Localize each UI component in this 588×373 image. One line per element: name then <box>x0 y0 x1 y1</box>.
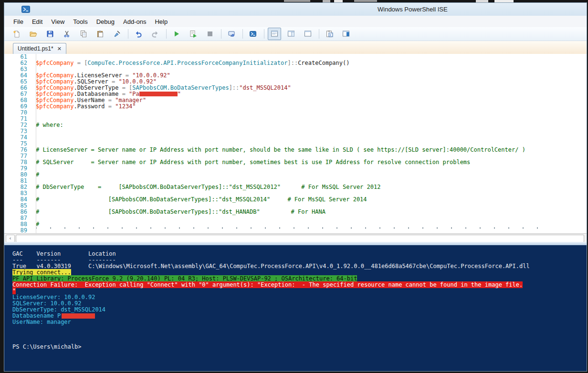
line-number: 64 <box>4 73 33 79</box>
start-powershell-icon <box>249 30 257 38</box>
clear-console-button[interactable] <box>110 28 124 40</box>
line-number: 61 <box>4 54 33 60</box>
line-number: 89 <box>4 228 33 233</box>
menu-item-tools[interactable]: Tools <box>69 17 92 26</box>
console-line: " <box>12 288 587 294</box>
console-line: DbServerType: dst_MSSQL2014 <box>12 307 587 313</box>
show-script-pane-top-icon <box>271 30 278 38</box>
line-number: 82 <box>4 184 33 190</box>
redaction-block <box>62 313 95 319</box>
line-number: 74 <box>4 135 33 141</box>
editor-horizontal-scrollbar[interactable]: ‹ <box>4 233 587 242</box>
editor-line: 78# SQLServer = Server name or IP Addres… <box>4 159 587 166</box>
editor-line: 62$pfcCompany = [CompuTec.ProcessForce.A… <box>4 60 587 66</box>
cut-button[interactable] <box>60 28 74 40</box>
menu-item-debug[interactable]: Debug <box>92 17 119 26</box>
pane-separator[interactable] <box>4 242 587 245</box>
run-script-icon <box>173 30 180 38</box>
line-number: 67 <box>4 91 33 97</box>
undo-icon <box>135 30 142 38</box>
background-window-fragment <box>284 0 310 2</box>
cut-icon <box>63 30 71 38</box>
editor-line: 80# <box>4 172 587 178</box>
show-command-addon-button[interactable] <box>339 28 353 40</box>
menu-item-edit[interactable]: Edit <box>28 17 47 26</box>
show-command-window-button[interactable] <box>323 28 336 40</box>
paste-button[interactable] <box>94 28 107 40</box>
code-text: # LicenseServer = Server name or IP Addr… <box>36 147 525 153</box>
start-powershell-button[interactable] <box>246 28 260 40</box>
console-line: UserName: manager <box>12 319 587 325</box>
line-number: 65 <box>4 79 33 85</box>
show-command-addon-icon <box>342 30 350 38</box>
tab-untitled1[interactable]: Untitled1.ps1* ✕ <box>13 43 66 54</box>
toolbar-separator <box>166 29 167 39</box>
menu-item-view[interactable]: View <box>47 17 69 26</box>
line-number: 80 <box>4 172 33 178</box>
editor-line: 71 <box>4 116 587 122</box>
toolbar-separator <box>264 29 264 39</box>
code-text: # <box>36 221 39 228</box>
console-line: LicenseServer: 10.0.0.92 <box>12 294 587 300</box>
menu-bar: FileEditViewToolsDebugAdd-onsHelp <box>4 16 587 27</box>
new-remote-powershell-tab-icon <box>228 30 235 38</box>
editor-line: 79 <box>4 166 587 172</box>
script-editor-pane[interactable]: 6162$pfcCompany = [CompuTec.ProcessForce… <box>4 54 587 233</box>
open-script-button[interactable] <box>27 28 40 40</box>
editor-line: 72# where: <box>4 122 587 128</box>
code-text: $pfcCompany.Password = "1234" <box>36 104 136 110</box>
editor-line: 76# LicenseServer = Server name or IP Ad… <box>4 147 587 153</box>
menu-item-help[interactable]: Help <box>150 17 172 26</box>
new-remote-powershell-tab-button[interactable] <box>225 28 238 40</box>
redo-button[interactable] <box>148 28 162 40</box>
menu-item-add-ons[interactable]: Add-ons <box>119 17 150 26</box>
stop-operation-button[interactable] <box>203 28 217 40</box>
toolbar-separator <box>319 29 319 39</box>
save-button[interactable] <box>43 28 57 40</box>
editor-line: 74 <box>4 135 587 141</box>
show-script-pane-maximized-icon <box>304 30 312 38</box>
scrollbar-thumb[interactable] <box>16 235 584 242</box>
line-number: 68 <box>4 97 33 104</box>
line-number: 70 <box>4 110 33 116</box>
powershell-ise-window: Windows PowerShell ISE FileEditViewTools… <box>4 2 587 372</box>
toolbar-separator <box>128 29 128 39</box>
close-tab-icon[interactable]: ✕ <box>57 46 62 52</box>
editor-line: 82# DbServerType = [SAPbobsCOM.BoDataSer… <box>4 184 587 190</box>
clear-console-icon <box>113 30 121 38</box>
line-number: 85 <box>4 203 33 209</box>
run-script-button[interactable] <box>170 28 183 40</box>
undo-button[interactable] <box>132 28 145 40</box>
console-pane[interactable]: GAC Version Location--- ------- --------… <box>4 245 587 371</box>
show-script-pane-right-icon <box>287 30 295 38</box>
show-script-pane-right-button[interactable] <box>284 28 298 40</box>
open-script-icon <box>30 30 37 38</box>
line-number: 63 <box>4 66 33 73</box>
line-number: 71 <box>4 116 33 122</box>
editor-line: 87 <box>4 215 587 221</box>
editor-line: 70 <box>4 110 587 116</box>
run-selection-button[interactable] <box>187 28 200 40</box>
redo-icon <box>151 30 159 38</box>
tab-label: Untitled1.ps1* <box>18 45 53 52</box>
console-line: Connection Failure: Exception calling "C… <box>12 282 587 288</box>
code-text: # [SAPbobsCOM.BoDataServerTypes]::"dst_M… <box>36 197 367 203</box>
powershell-app-icon <box>21 6 30 15</box>
line-number: 88 <box>4 221 33 228</box>
show-script-pane-top-button[interactable] <box>268 28 281 40</box>
scroll-left-button[interactable]: ‹ <box>6 235 15 242</box>
save-icon <box>46 30 54 38</box>
show-script-pane-maximized-button[interactable] <box>301 28 315 40</box>
line-number: 73 <box>4 128 33 135</box>
toolbar <box>4 27 587 41</box>
code-text <box>36 228 551 233</box>
menu-item-file[interactable]: File <box>9 17 28 26</box>
window-title: Windows PowerShell ISE <box>378 6 448 13</box>
line-number: 69 <box>4 104 33 110</box>
copy-button[interactable] <box>77 28 90 40</box>
clipped-text-line <box>36 228 551 228</box>
new-script-button[interactable] <box>10 28 23 40</box>
tab-strip: Untitled1.ps1* ✕ <box>4 41 587 54</box>
paste-icon <box>96 30 104 38</box>
code-text: # DbServerType = [SAPbobsCOM.BoDataServe… <box>36 184 380 190</box>
